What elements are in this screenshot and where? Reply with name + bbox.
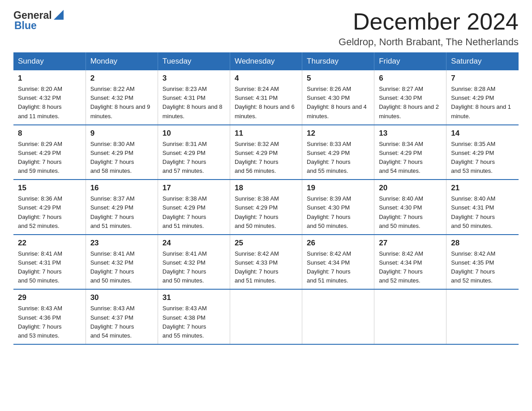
day-number: 26	[307, 239, 369, 248]
calendar-cell	[374, 289, 446, 344]
day-number: 4	[235, 74, 297, 83]
day-info: Sunrise: 8:42 AM Sunset: 4:34 PM Dayligh…	[379, 249, 442, 286]
calendar-cell: 18 Sunrise: 8:38 AM Sunset: 4:29 PM Dayl…	[230, 180, 302, 235]
calendar-week-row: 1 Sunrise: 8:20 AM Sunset: 4:32 PM Dayli…	[13, 70, 519, 125]
day-info: Sunrise: 8:32 AM Sunset: 4:29 PM Dayligh…	[235, 140, 297, 176]
calendar-cell: 26 Sunrise: 8:42 AM Sunset: 4:34 PM Dayl…	[302, 235, 374, 290]
day-info: Sunrise: 8:35 AM Sunset: 4:29 PM Dayligh…	[451, 140, 514, 176]
day-info: Sunrise: 8:36 AM Sunset: 4:29 PM Dayligh…	[18, 194, 81, 231]
calendar-cell: 11 Sunrise: 8:32 AM Sunset: 4:29 PM Dayl…	[230, 125, 302, 180]
day-info: Sunrise: 8:38 AM Sunset: 4:29 PM Dayligh…	[163, 194, 225, 231]
day-number: 17	[163, 184, 225, 193]
day-number: 21	[451, 184, 514, 193]
day-number: 9	[90, 129, 153, 138]
header-saturday: Saturday	[446, 52, 519, 70]
day-number: 6	[379, 74, 442, 83]
header-monday: Monday	[86, 52, 158, 70]
day-info: Sunrise: 8:42 AM Sunset: 4:35 PM Dayligh…	[451, 249, 514, 286]
day-info: Sunrise: 8:23 AM Sunset: 4:31 PM Dayligh…	[163, 85, 225, 121]
calendar-cell: 28 Sunrise: 8:42 AM Sunset: 4:35 PM Dayl…	[446, 235, 519, 290]
calendar-week-row: 15 Sunrise: 8:36 AM Sunset: 4:29 PM Dayl…	[13, 180, 519, 235]
calendar-cell: 9 Sunrise: 8:30 AM Sunset: 4:29 PM Dayli…	[86, 125, 158, 180]
calendar-week-row: 8 Sunrise: 8:29 AM Sunset: 4:29 PM Dayli…	[13, 125, 519, 180]
logo: General Blue	[13, 9, 64, 32]
day-info: Sunrise: 8:43 AM Sunset: 4:38 PM Dayligh…	[163, 304, 225, 340]
day-number: 20	[379, 184, 442, 193]
day-number: 24	[163, 239, 225, 248]
day-info: Sunrise: 8:30 AM Sunset: 4:29 PM Dayligh…	[90, 140, 153, 176]
logo-triangle-icon	[54, 10, 64, 20]
day-number: 3	[163, 74, 225, 83]
day-info: Sunrise: 8:26 AM Sunset: 4:30 PM Dayligh…	[307, 85, 369, 121]
calendar-cell: 14 Sunrise: 8:35 AM Sunset: 4:29 PM Dayl…	[446, 125, 519, 180]
calendar-cell	[302, 289, 374, 344]
day-number: 19	[307, 184, 369, 193]
calendar-week-row: 22 Sunrise: 8:41 AM Sunset: 4:31 PM Dayl…	[13, 235, 519, 290]
day-number: 8	[18, 129, 81, 138]
calendar-cell: 29 Sunrise: 8:43 AM Sunset: 4:36 PM Dayl…	[13, 289, 86, 344]
calendar-cell: 23 Sunrise: 8:41 AM Sunset: 4:32 PM Dayl…	[86, 235, 158, 290]
calendar-cell: 5 Sunrise: 8:26 AM Sunset: 4:30 PM Dayli…	[302, 70, 374, 125]
page-header: General Blue December 2024 Geldrop, Nort…	[13, 9, 519, 48]
location-subtitle: Geldrop, North Brabant, The Netherlands	[339, 36, 519, 48]
calendar-cell: 20 Sunrise: 8:40 AM Sunset: 4:30 PM Dayl…	[374, 180, 446, 235]
calendar-cell: 19 Sunrise: 8:39 AM Sunset: 4:30 PM Dayl…	[302, 180, 374, 235]
day-info: Sunrise: 8:43 AM Sunset: 4:36 PM Dayligh…	[18, 304, 81, 340]
day-info: Sunrise: 8:29 AM Sunset: 4:29 PM Dayligh…	[18, 140, 81, 176]
calendar-cell	[446, 289, 519, 344]
day-number: 31	[163, 293, 225, 302]
day-info: Sunrise: 8:31 AM Sunset: 4:29 PM Dayligh…	[163, 140, 225, 176]
day-number: 16	[90, 184, 153, 193]
day-number: 18	[235, 184, 297, 193]
day-info: Sunrise: 8:37 AM Sunset: 4:29 PM Dayligh…	[90, 194, 153, 231]
day-number: 25	[235, 239, 297, 248]
day-info: Sunrise: 8:34 AM Sunset: 4:29 PM Dayligh…	[379, 140, 442, 176]
day-number: 14	[451, 129, 514, 138]
day-info: Sunrise: 8:28 AM Sunset: 4:29 PM Dayligh…	[451, 85, 514, 121]
calendar-cell: 27 Sunrise: 8:42 AM Sunset: 4:34 PM Dayl…	[374, 235, 446, 290]
calendar-cell	[230, 289, 302, 344]
day-info: Sunrise: 8:41 AM Sunset: 4:31 PM Dayligh…	[18, 249, 81, 286]
calendar-week-row: 29 Sunrise: 8:43 AM Sunset: 4:36 PM Dayl…	[13, 289, 519, 344]
calendar-cell: 15 Sunrise: 8:36 AM Sunset: 4:29 PM Dayl…	[13, 180, 86, 235]
day-number: 10	[163, 129, 225, 138]
day-info: Sunrise: 8:38 AM Sunset: 4:29 PM Dayligh…	[235, 194, 297, 231]
day-number: 2	[90, 74, 153, 83]
header-friday: Friday	[374, 52, 446, 70]
day-number: 30	[90, 293, 153, 302]
calendar-cell: 1 Sunrise: 8:20 AM Sunset: 4:32 PM Dayli…	[13, 70, 86, 125]
day-info: Sunrise: 8:24 AM Sunset: 4:31 PM Dayligh…	[235, 85, 297, 121]
day-number: 23	[90, 239, 153, 248]
day-number: 12	[307, 129, 369, 138]
calendar-cell: 21 Sunrise: 8:40 AM Sunset: 4:31 PM Dayl…	[446, 180, 519, 235]
day-number: 29	[18, 293, 81, 302]
day-info: Sunrise: 8:41 AM Sunset: 4:32 PM Dayligh…	[163, 249, 225, 286]
day-number: 11	[235, 129, 297, 138]
day-number: 13	[379, 129, 442, 138]
day-number: 1	[18, 74, 81, 83]
day-info: Sunrise: 8:40 AM Sunset: 4:30 PM Dayligh…	[379, 194, 442, 231]
calendar-cell: 10 Sunrise: 8:31 AM Sunset: 4:29 PM Dayl…	[158, 125, 230, 180]
calendar-cell: 7 Sunrise: 8:28 AM Sunset: 4:29 PM Dayli…	[446, 70, 519, 125]
calendar-cell: 16 Sunrise: 8:37 AM Sunset: 4:29 PM Dayl…	[86, 180, 158, 235]
header-tuesday: Tuesday	[158, 52, 230, 70]
calendar-cell: 8 Sunrise: 8:29 AM Sunset: 4:29 PM Dayli…	[13, 125, 86, 180]
day-number: 28	[451, 239, 514, 248]
calendar-cell: 13 Sunrise: 8:34 AM Sunset: 4:29 PM Dayl…	[374, 125, 446, 180]
calendar-cell: 12 Sunrise: 8:33 AM Sunset: 4:29 PM Dayl…	[302, 125, 374, 180]
day-number: 15	[18, 184, 81, 193]
calendar-cell: 30 Sunrise: 8:43 AM Sunset: 4:37 PM Dayl…	[86, 289, 158, 344]
month-title: December 2024	[339, 9, 519, 34]
day-number: 27	[379, 239, 442, 248]
weekday-header-row: Sunday Monday Tuesday Wednesday Thursday…	[13, 52, 519, 70]
day-info: Sunrise: 8:39 AM Sunset: 4:30 PM Dayligh…	[307, 194, 369, 231]
day-number: 22	[18, 239, 81, 248]
svg-marker-0	[54, 10, 64, 20]
calendar-cell: 22 Sunrise: 8:41 AM Sunset: 4:31 PM Dayl…	[13, 235, 86, 290]
day-number: 5	[307, 74, 369, 83]
day-number: 7	[451, 74, 514, 83]
day-info: Sunrise: 8:22 AM Sunset: 4:32 PM Dayligh…	[90, 85, 153, 121]
title-area: December 2024 Geldrop, North Brabant, Th…	[339, 9, 519, 48]
calendar-cell: 24 Sunrise: 8:41 AM Sunset: 4:32 PM Dayl…	[158, 235, 230, 290]
calendar-table: Sunday Monday Tuesday Wednesday Thursday…	[13, 52, 519, 345]
